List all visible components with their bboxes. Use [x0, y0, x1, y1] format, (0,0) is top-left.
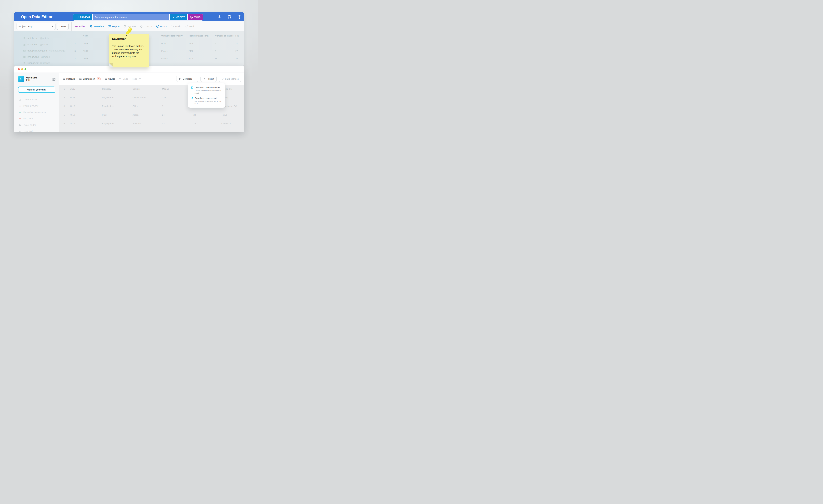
- table-row: 3 1904 France 2420 6 27: [71, 50, 244, 57]
- download-dropdown-menu: Download table with errors The file with…: [188, 83, 225, 107]
- file-error-icon: [190, 86, 193, 89]
- tab-undo[interactable]: Undo: [171, 25, 181, 28]
- errors-report-button[interactable]: Errors report 4: [79, 77, 101, 80]
- chat-ai-icon: [140, 25, 143, 28]
- datapackage-file-icon: [23, 49, 26, 52]
- app-nav-tabs: Editor Metadata Report: [75, 21, 195, 31]
- source-icon: [105, 78, 107, 80]
- table-body: 2 1903 France 2428 6 21 3 1904 France: [71, 42, 244, 65]
- folder-plus-icon: [19, 98, 22, 101]
- open-project-button[interactable]: OPEN: [57, 23, 68, 30]
- pushpin-icon: [124, 27, 134, 37]
- zoom-window-button[interactable]: [24, 68, 26, 70]
- project-name-input[interactable]: [93, 14, 169, 20]
- folder-icon: [19, 124, 22, 127]
- github-icon[interactable]: [228, 15, 231, 19]
- brand-line2: Editor: [26, 79, 37, 81]
- error-status-dot: [19, 105, 21, 106]
- file-row: article.md@article: [23, 36, 49, 40]
- minimize-window-button[interactable]: [21, 68, 23, 70]
- editor-toolbar-left: Metadata Errors report 4 Source: [62, 73, 141, 85]
- metadata-view-button[interactable]: Metadata: [62, 78, 75, 80]
- download-button[interactable]: Download: [176, 76, 198, 82]
- app-title: Open Data Editor: [21, 15, 52, 19]
- tab-errors[interactable]: Errors: [156, 25, 167, 28]
- save-changes-button[interactable]: Save changes: [219, 76, 241, 82]
- sidebar-item-folder: new folder: [19, 130, 35, 132]
- chart-file-icon: [23, 43, 26, 46]
- chevron-down-icon: [194, 78, 196, 80]
- grid-row: 6 #015 Royalty-free Australia 53 24 Canb…: [59, 122, 244, 131]
- project-select[interactable]: Project: tmp ▼: [16, 23, 55, 30]
- note-title: Navigation: [112, 37, 146, 41]
- create-button[interactable]: CREATE: [170, 14, 187, 20]
- tab-editor[interactable]: Editor: [75, 25, 86, 28]
- folder-open-icon: [19, 130, 22, 132]
- project-button[interactable]: PROJECT: [73, 14, 92, 20]
- brand-line1: Open Data: [26, 76, 37, 79]
- file-report-icon: [190, 97, 193, 99]
- svg-text:E: E: [22, 78, 23, 80]
- editor-window: E Open Data Editor Upload your data: [14, 66, 244, 132]
- sidebar-toggle-icon[interactable]: [52, 77, 56, 81]
- undo-button[interactable]: Undo: [119, 78, 128, 80]
- app-header-bar: Open Data Editor PROJECT: [14, 12, 244, 21]
- sort-icon: ⇅: [71, 88, 72, 90]
- error-status-dot: [19, 118, 21, 119]
- lightning-icon: [203, 78, 206, 80]
- project-control-group: PROJECT CREATE: [73, 14, 203, 21]
- settings-gear-icon[interactable]: [218, 15, 221, 19]
- report-icon: [108, 25, 111, 28]
- file-row: license.txt@license: [23, 61, 50, 65]
- sidebar-item-file: file 2.csv: [19, 117, 33, 120]
- editor-toolbar-actions: Download Publish Save changes: [176, 76, 241, 82]
- metadata-icon: [62, 78, 65, 80]
- svg-text:?: ?: [239, 16, 240, 18]
- redo-icon: [185, 25, 188, 28]
- article-file-icon: [23, 37, 26, 40]
- menu-item-download-report[interactable]: Download errors report Full list of all …: [188, 96, 225, 105]
- editor-icon: [75, 25, 78, 28]
- sidebar-item-create-folder: Create folder: [19, 98, 37, 101]
- note-body: The upload file flow is broken. There ar…: [112, 44, 146, 58]
- valid-button[interactable]: ? VALID: [188, 14, 203, 20]
- help-icon[interactable]: ?: [238, 15, 241, 19]
- tab-chat-ai[interactable]: Chat AI: [140, 25, 152, 28]
- file-row: chart.json@chart: [23, 43, 48, 46]
- file-row: image.png@image: [23, 55, 50, 58]
- source-view-button[interactable]: Source: [105, 78, 115, 80]
- tab-metadata[interactable]: Metadata: [90, 25, 104, 28]
- undo-icon: [171, 25, 174, 28]
- tour-data-table-faded: Year Winner's Nationality Total distance…: [71, 31, 244, 66]
- file-row: datapackage.json@datapackage: [23, 49, 65, 52]
- tab-redo[interactable]: Redo: [185, 25, 195, 28]
- redo-icon: [138, 78, 141, 80]
- file-menu-icon[interactable]: ···: [32, 104, 35, 107]
- project-icon: [75, 16, 79, 19]
- table-row: 4 1905 France 2994 11 24: [71, 57, 244, 65]
- metadata-icon: [90, 25, 93, 28]
- publish-button[interactable]: Publish: [200, 76, 217, 82]
- help-circle-icon: ?: [190, 16, 193, 19]
- grid-row: 5 #010 Paid Japan 24 24 Tokyo: [59, 114, 244, 122]
- magic-wand-icon: [172, 16, 175, 19]
- header-icon-group: ?: [218, 12, 241, 21]
- check-icon: [221, 78, 224, 80]
- ode-logo: E: [18, 76, 24, 82]
- svg-text:?: ?: [191, 16, 192, 18]
- select-caret-icon: ▼: [51, 25, 53, 27]
- table-header-row: Year Winner's Nationality Total distance…: [71, 34, 244, 42]
- undo-icon: [119, 78, 122, 80]
- errors-icon: [156, 25, 159, 28]
- design-canvas: Open Data Editor PROJECT: [0, 0, 258, 144]
- close-window-button[interactable]: [18, 68, 20, 70]
- menu-item-download-table[interactable]: Download table with errors The file with…: [188, 85, 225, 94]
- errors-report-icon: [79, 78, 82, 80]
- license-file-icon: [23, 61, 26, 64]
- upload-data-button[interactable]: Upload your data: [18, 86, 55, 93]
- sidebar: E Open Data Editor Upload your data: [14, 73, 59, 132]
- ok-status-dot: [19, 112, 21, 113]
- tab-report[interactable]: Report: [108, 25, 120, 28]
- redo-button[interactable]: Redo: [132, 78, 141, 80]
- sidebar-item-file: file without errors.csv: [19, 111, 46, 114]
